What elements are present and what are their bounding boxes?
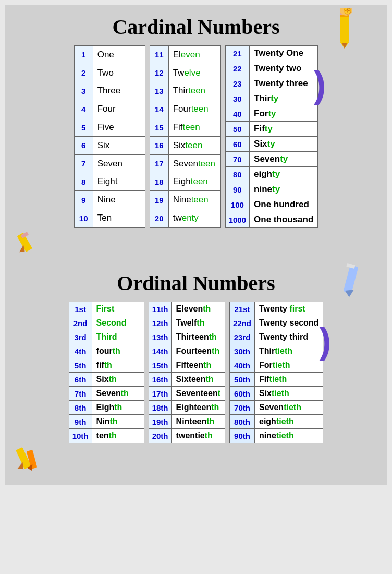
table-row: 22Twenty two [225, 61, 318, 76]
number-cell: 40 [225, 106, 249, 122]
ordinal-table-1: 1stFirst2ndSecond3rdThird4thfourth5thfif… [69, 302, 144, 443]
word-cell: Twenty three [250, 76, 318, 91]
word-cell: tenth [92, 429, 144, 443]
number-cell: 9 [74, 191, 93, 209]
word-cell: Thirtieth [255, 344, 323, 358]
svg-rect-0 [340, 13, 349, 42]
word-cell: Five [93, 118, 145, 137]
table-row: 60thSixtieth [229, 387, 323, 401]
table-row: 9Nine [74, 191, 145, 209]
word-cell: Fiftieth [255, 373, 323, 387]
number-cell: 18th [149, 401, 172, 415]
table-row: 19thNinteenth [149, 415, 225, 429]
ordinal-title: Ordinal Numbers [16, 267, 376, 302]
table-row: 8thEighth [69, 401, 144, 415]
word-cell: Thirty [250, 91, 318, 106]
table-row: 3Three [74, 82, 145, 100]
number-cell: 21st [229, 302, 254, 316]
table-row: 8Eight [74, 173, 145, 191]
table-row: 30Thirty [225, 91, 318, 106]
table-row: 2ndSecond [69, 316, 144, 330]
word-cell: Sixty [250, 137, 318, 152]
ordinal-tables: 1stFirst2ndSecond3rdThird4thfourth5thfif… [16, 302, 376, 443]
table-row: 80eighty [225, 167, 318, 182]
number-cell: 19 [150, 191, 168, 209]
number-cell: 7th [69, 387, 92, 401]
number-cell: 80 [225, 167, 249, 182]
table-row: 11thEleventh [149, 302, 225, 316]
word-cell: Seventh [92, 387, 144, 401]
number-cell: 50th [229, 373, 254, 387]
table-row: 4thfourth [69, 344, 144, 358]
number-cell: 2 [74, 64, 93, 82]
table-row: 7Seven [74, 154, 145, 173]
word-cell: Twenty two [250, 61, 318, 76]
ordinal-section: Ordinal Numbers 1stFirst2ndSecond3rdThir… [16, 267, 376, 474]
table-row: 12thTwelfth [149, 316, 225, 330]
word-cell: ninety [250, 182, 318, 197]
number-cell: 13th [149, 330, 172, 344]
word-cell: twentieth [172, 429, 225, 443]
number-cell: 22nd [229, 316, 254, 330]
number-cell: 80th [229, 415, 254, 429]
word-cell: Nine [93, 191, 145, 209]
number-cell: 23rd [229, 330, 254, 344]
number-cell: 15th [149, 358, 172, 373]
word-cell: Eleven [168, 46, 220, 64]
table-row: 16thSixteenth [149, 373, 225, 387]
cardinal-table-3: 21Twenty One22Twenty two23Twenty three30… [225, 45, 318, 228]
number-cell: 19th [149, 415, 172, 429]
word-cell: Seventeent [172, 387, 225, 401]
cardinal-title: Cardinal Numbers [16, 10, 376, 45]
number-cell: 60 [225, 137, 249, 152]
table-row: 13Thirteen [150, 82, 220, 100]
word-cell: Thirteen [168, 82, 220, 100]
table-row: 5thfifth [69, 358, 144, 373]
number-cell: 70th [229, 401, 254, 415]
number-cell: 40th [229, 358, 254, 373]
word-cell: Eleventh [172, 302, 225, 316]
table-row: 90ninety [225, 182, 318, 197]
number-cell: 1 [74, 46, 93, 64]
table-row: 40thFortieth [229, 358, 323, 373]
number-cell: 17 [150, 154, 168, 173]
word-cell: One [93, 46, 145, 64]
table-row: 15thFifteenth [149, 358, 225, 373]
number-cell: 1st [69, 302, 92, 316]
table-row: 23Twenty three [225, 76, 318, 91]
word-cell: Twenty One [250, 46, 318, 61]
table-row: 21stTwenty first [229, 302, 323, 316]
table-row: 80theightieth [229, 415, 323, 429]
table-row: 22ndTwenty second [229, 316, 323, 330]
table-row: 6thSixth [69, 373, 144, 387]
word-cell: Seventeen [168, 154, 220, 173]
word-cell: fifth [92, 358, 144, 373]
table-row: 5Five [74, 118, 145, 137]
table-row: 100One hundred [225, 197, 318, 212]
word-cell: Thirteenth [172, 330, 225, 344]
word-cell: Twelve [168, 64, 220, 82]
number-cell: 13 [150, 82, 168, 100]
table-row: 40Forty [225, 106, 318, 122]
number-cell: 15 [150, 118, 168, 137]
number-cell: 2nd [69, 316, 92, 330]
table-row: 10thtenth [69, 429, 144, 443]
svg-text:✊: ✊ [343, 8, 352, 15]
table-row: 50Fifty [225, 122, 318, 137]
word-cell: Twenty second [255, 316, 323, 330]
number-cell: 3rd [69, 330, 92, 344]
word-cell: Sixth [92, 373, 144, 387]
table-row: 6Six [74, 136, 145, 154]
word-cell: Eighth [92, 401, 144, 415]
table-row: 20twenty [150, 209, 220, 228]
word-cell: Eighteenth [172, 401, 225, 415]
cardinal-tables: 1One2Two3Three4Four5Five6Six7Seven8Eight… [16, 45, 376, 228]
word-cell: One hundred [250, 197, 318, 212]
table-row: 11Eleven [150, 46, 220, 64]
table-row: 17thSeventeent [149, 387, 225, 401]
number-cell: 70 [225, 152, 249, 167]
number-cell: 20 [150, 209, 168, 228]
word-cell: Six [93, 136, 145, 154]
table-row: 16Sixteen [150, 136, 220, 154]
word-cell: Sixtieth [255, 387, 323, 401]
